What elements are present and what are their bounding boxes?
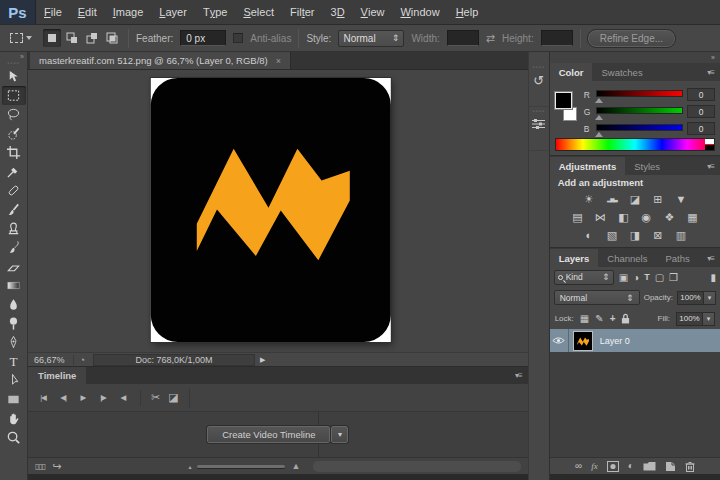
menu-file[interactable]: File xyxy=(36,0,70,24)
green-slider-track[interactable] xyxy=(596,107,683,114)
crop-tool[interactable] xyxy=(2,143,26,162)
path-selection-tool[interactable] xyxy=(2,371,26,390)
posterize-icon[interactable]: ▧ xyxy=(603,227,620,243)
history-panel-button[interactable]: ▪▪▪▪ ↺ xyxy=(529,63,549,107)
zoom-tool[interactable] xyxy=(2,428,26,447)
color-panel-menu-icon[interactable]: ▾≡ xyxy=(701,63,720,81)
add-layer-mask-icon[interactable] xyxy=(607,461,619,472)
layer-thumbnail[interactable] xyxy=(573,331,593,351)
green-slider-thumb[interactable] xyxy=(595,115,603,120)
split-clip-icon[interactable]: ✂ xyxy=(151,391,160,404)
hue-saturation-icon[interactable]: ▤ xyxy=(569,209,586,225)
zoom-level[interactable]: 66,67% xyxy=(28,355,73,365)
blend-mode-select[interactable]: Normal ⇕ xyxy=(554,290,640,305)
previous-frame-button[interactable]: ◀| xyxy=(54,390,72,406)
audio-toggle-button[interactable]: ◀ xyxy=(114,390,132,406)
link-layers-icon[interactable]: ∞ xyxy=(575,461,582,471)
status-flyout-icon[interactable]: ▶ xyxy=(255,356,265,364)
timeline-panel-menu-icon[interactable]: ▾≡ xyxy=(509,367,528,384)
swap-dimensions-icon[interactable]: ⇄ xyxy=(486,32,495,45)
background-color-swatch[interactable] xyxy=(563,107,577,121)
lock-all-icon[interactable] xyxy=(621,313,630,324)
transition-icon[interactable]: ◪ xyxy=(168,391,178,404)
layer-name[interactable]: Layer 0 xyxy=(600,336,630,346)
channel-mixer-icon[interactable]: ❖ xyxy=(661,209,678,225)
lock-paint-icon[interactable]: ✎ xyxy=(595,313,603,324)
red-slider-track[interactable] xyxy=(596,90,683,97)
menu-help[interactable]: Help xyxy=(448,0,487,24)
blur-tool[interactable] xyxy=(2,295,26,314)
new-layer-icon[interactable] xyxy=(665,461,676,472)
timeline-zoom-slider[interactable]: ▴ ▲ xyxy=(188,461,300,471)
zoom-in-icon[interactable]: ▲ xyxy=(291,461,300,471)
timeline-scrollbar[interactable] xyxy=(313,461,520,472)
timeline-tab[interactable]: Timeline xyxy=(28,367,86,384)
red-slider-thumb[interactable] xyxy=(595,98,603,103)
invert-icon[interactable]: ◐ xyxy=(580,227,597,243)
opacity-value[interactable]: 100% xyxy=(677,291,704,305)
close-tab-icon[interactable]: × xyxy=(276,56,281,66)
delete-layer-icon[interactable] xyxy=(685,461,695,472)
black-white-icon[interactable]: ◧ xyxy=(615,209,632,225)
toolbar-collapse-icon[interactable]: » xyxy=(20,53,27,61)
new-adjustment-layer-icon[interactable]: ◐ xyxy=(628,461,634,471)
spectrum-white-swatch[interactable] xyxy=(705,139,714,144)
spectrum-black-swatch[interactable] xyxy=(705,145,714,150)
selection-mode-new-button[interactable] xyxy=(43,29,61,47)
layer-style-icon[interactable]: fx xyxy=(591,461,598,471)
clone-stamp-tool[interactable] xyxy=(2,219,26,238)
filter-adjustment-layers-icon[interactable]: ◑ xyxy=(633,272,639,283)
new-group-icon[interactable] xyxy=(643,461,656,471)
brush-tool[interactable] xyxy=(2,200,26,219)
filter-smart-objects-icon[interactable]: ❐ xyxy=(669,272,678,283)
fill-value[interactable]: 100% xyxy=(676,312,703,326)
brightness-contrast-icon[interactable]: ☀ xyxy=(580,191,597,207)
menu-image[interactable]: Image xyxy=(105,0,152,24)
blue-value-input[interactable]: 0 xyxy=(687,122,715,135)
rectangle-tool[interactable] xyxy=(2,390,26,409)
menu-edit[interactable]: Edit xyxy=(70,0,105,24)
menu-layer[interactable]: Layer xyxy=(151,0,195,24)
play-button[interactable]: ▶ xyxy=(74,390,92,406)
rectangular-marquee-tool[interactable] xyxy=(2,86,26,105)
tab-channels[interactable]: Channels xyxy=(598,249,656,267)
opacity-control[interactable]: 100% ▾ xyxy=(677,291,716,305)
fill-control[interactable]: 100% ▾ xyxy=(676,312,715,326)
tool-preset-picker[interactable] xyxy=(6,31,36,45)
tab-adjustments[interactable]: Adjustments xyxy=(550,157,626,175)
tab-paths[interactable]: Paths xyxy=(656,249,698,267)
history-brush-tool[interactable] xyxy=(2,238,26,257)
vibrance-icon[interactable]: ▼ xyxy=(672,191,689,207)
selective-color-icon[interactable]: ▥ xyxy=(672,227,689,243)
levels-icon[interactable]: ▂▅▃ xyxy=(603,191,620,207)
create-video-timeline-button[interactable]: Create Video Timeline xyxy=(207,426,330,443)
canvas-area[interactable] xyxy=(28,70,528,352)
feather-input[interactable]: 0 px xyxy=(180,30,226,46)
frame-animation-icon[interactable]: ▯▯▯ xyxy=(35,462,45,471)
tab-swatches[interactable]: Swatches xyxy=(592,63,651,81)
quick-selection-tool[interactable] xyxy=(2,124,26,143)
layer-visibility-toggle[interactable] xyxy=(550,329,569,352)
filter-pixel-layers-icon[interactable]: ▣ xyxy=(619,272,628,283)
filter-toggle-icon[interactable]: ▮ xyxy=(710,272,716,283)
lock-transparency-icon[interactable]: ▦ xyxy=(580,313,589,324)
document-sizes[interactable]: Doc: 768,0K/1,00M xyxy=(93,354,255,366)
gradient-map-icon[interactable]: ⊠ xyxy=(649,227,666,243)
move-tool[interactable] xyxy=(2,67,26,86)
document-tab[interactable]: masterkreatif.com 512.png @ 66,7% (Layer… xyxy=(30,52,291,69)
blue-slider-thumb[interactable] xyxy=(595,132,603,137)
render-video-icon[interactable]: ↪ xyxy=(52,460,61,473)
green-value-input[interactable]: 0 xyxy=(687,105,715,118)
photo-filter-icon[interactable]: ◉ xyxy=(638,209,655,225)
color-lookup-icon[interactable]: ▦ xyxy=(684,209,701,225)
gradient-tool[interactable] xyxy=(2,276,26,295)
filter-type-layers-icon[interactable]: T xyxy=(644,272,650,282)
menu-window[interactable]: Window xyxy=(392,0,447,24)
spot-healing-brush-tool[interactable] xyxy=(2,181,26,200)
menu-type[interactable]: Type xyxy=(195,0,235,24)
color-spectrum-bar[interactable] xyxy=(555,138,715,151)
tab-layers[interactable]: Layers xyxy=(550,249,599,267)
curves-icon[interactable]: ◪ xyxy=(626,191,643,207)
timeline-mode-dropdown[interactable]: ▾ xyxy=(331,426,348,443)
height-input[interactable] xyxy=(541,30,573,46)
